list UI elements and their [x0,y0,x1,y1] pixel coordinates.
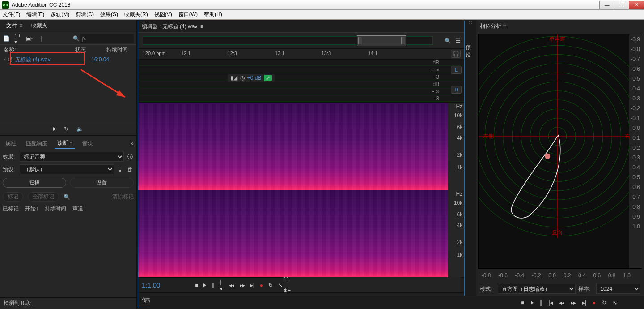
stop-button[interactable]: ■ [195,282,198,288]
hud-level-icon: ▮◢ [230,75,237,81]
delete-preset-icon[interactable]: 🗑 [127,166,134,173]
menu-clip[interactable]: 剪辑(C) [76,11,94,18]
menu-file[interactable]: 文件(F) [3,11,20,18]
transport-bar: 1:1.00 ■ ‖ |◂ ◂◂ ▸▸ ▸| ● ↻ ⤡ 🔍+ 🔍- ⛶ ⛶ ⬍… [138,277,465,292]
svg-point-13 [545,154,550,159]
mark-all-button[interactable]: 全部标记 [28,192,59,202]
mark-button[interactable]: 标记 [3,192,23,202]
samples-select[interactable]: 1024 [596,284,640,294]
g-forward[interactable]: ▸▸ [571,300,576,306]
import-icon[interactable]: 🗃▾ [14,35,21,42]
g-stop[interactable]: ■ [521,300,524,306]
list-view-icon[interactable]: ☰ [456,38,461,44]
menu-edit[interactable]: 编辑(E) [26,11,44,18]
channel-left-badge[interactable]: L [451,66,462,74]
spectrogram-right[interactable]: Hz 10k 6k 4k 2k 1k [138,190,465,277]
navigator-thumb[interactable] [357,35,406,46]
forward-button[interactable]: ▸▸ [240,282,245,288]
menu-effects[interactable]: 效果(S) [100,11,118,18]
file-list: › ⧘⧙ 无标题 (4).wav 16:0.04 [0,55,136,122]
svg-text:左侧: 左侧 [483,133,494,139]
waveform-view[interactable]: ▮◢ ◷ +0 dB ⤢ dB - ∞ -3 dB - ∞ -3 L R [138,60,465,103]
g-record[interactable]: ● [593,300,596,306]
zoom-tool-icon[interactable]: 🔍 [445,38,451,44]
g-rewind[interactable]: ◂◂ [559,300,564,306]
mark-search-icon[interactable]: 🔍 [64,194,70,200]
mode-select[interactable]: 直方图（日志缩放） [498,284,576,294]
file-row[interactable]: › ⧘⧙ 无标题 (4).wav 16:0.04 [0,55,136,64]
loop-button[interactable]: ↻ [268,282,273,288]
zoom-sel-icon[interactable]: ⛶ [283,277,461,283]
g-skip-end[interactable]: ▸| [582,300,586,306]
preview-autoplay-icon[interactable]: 🔈 [76,126,83,132]
window-title: Adobe Audition CC 2018 [12,2,70,8]
g-play[interactable] [531,301,534,305]
clear-marks-button[interactable]: 清除标记 [112,193,134,201]
info-icon[interactable]: ⓘ [127,153,134,160]
hud-expand-icon[interactable]: ⤢ [264,75,272,81]
tab-properties[interactable]: 属性 [3,139,19,148]
time-ruler[interactable]: 120.0 bpm 12:1 12:3 13:1 13:3 14:1 🎧 [138,49,465,60]
phase-scope[interactable]: 单声道 左侧 右侧 反向 -0.9 -0.8 -0.7 -0.6 -0.5 -0… [478,34,642,269]
preset-select[interactable]: （默认） [20,164,114,174]
tab-match-loudness[interactable]: 匹配响度 [23,139,50,148]
skip-selection-button[interactable]: ⤡ [278,282,283,288]
g-loop[interactable]: ↻ [602,300,606,306]
diag-tabs: 属性 匹配响度 诊断 ≡ 音轨 » [3,137,134,149]
phase-y-axis: -0.9 -0.8 -0.7 -0.6 -0.5 -0.4 -0.3 -0.2 … [629,34,642,268]
open-file-icon[interactable]: 📄 [3,35,10,42]
volume-hud[interactable]: ▮◢ ◷ +0 dB ⤢ [228,74,275,82]
record-button[interactable]: ● [260,282,263,288]
tab-diagnostics[interactable]: 诊断 ≡ [55,138,75,149]
save-preset-icon[interactable]: ⭳ [117,166,124,173]
scan-button[interactable]: 扫描 [3,178,66,188]
pause-button[interactable]: ‖ [212,282,214,288]
skip-end-button[interactable]: ▸| [250,282,254,288]
menu-view[interactable]: 视图(V) [154,11,172,18]
diagnostics-panel: 属性 匹配响度 诊断 ≡ 音轨 » 效果: 标记音频 ⓘ 预设: （默认） ⭳ … [0,135,136,215]
presets-peek[interactable]: ∷ 预设 [466,20,476,309]
navigator[interactable]: 🔍 ☰ [138,33,465,49]
mark-search-input[interactable] [75,194,102,200]
play-button[interactable] [203,283,206,287]
svg-text:单声道: 单声道 [549,36,565,42]
skip-start-button[interactable]: |◂ [220,279,223,292]
waveform-icon: ⧘⧙ [7,56,13,63]
pin-icon[interactable]: 🎧 [451,50,461,58]
g-skip-start[interactable]: |◂ [549,300,553,306]
spectrogram-left[interactable]: Hz 10k 6k 4k 2k 1k [138,103,465,190]
effect-select[interactable]: 标记音频 [20,152,124,162]
menu-help[interactable]: 帮助(H) [204,11,222,18]
overflow-icon[interactable]: » [131,140,134,146]
search-input[interactable] [80,34,134,43]
col-name[interactable]: 名称↑ [4,46,75,54]
file-search[interactable]: 🔍 [73,34,134,43]
preview-play-icon[interactable] [53,127,56,131]
col-duration[interactable]: 持续时间 [106,46,128,54]
channel-right-badge[interactable]: R [451,86,462,94]
mode-label: 模式: [480,285,495,293]
files-panel-tabs: 文件 ≡ 收藏夹 [0,20,136,32]
settings-button[interactable]: 设置 [70,178,133,188]
main-menubar: 文件(F) 编辑(E) 多轨(M) 剪辑(C) 效果(S) 收藏夹(R) 视图(… [0,10,644,20]
marks-columns: 已标记 开始↑ 持续时间 声道 [3,205,134,213]
close-button[interactable]: ✕ [629,1,644,9]
time-display[interactable]: 1:1.00 [142,281,186,289]
tab-favorites[interactable]: 收藏夹 [27,20,52,31]
phase-tab[interactable]: 相位分析 ≡ [480,22,506,30]
tab-files[interactable]: 文件 ≡ [2,20,27,31]
preview-loop-icon[interactable]: ↻ [64,126,68,132]
record-icon[interactable]: ▣◦ [26,35,33,42]
hud-db-value: +0 dB [247,75,262,81]
editor-tab[interactable]: 编辑器 : 无标题 (4).wav ≡ [142,23,203,30]
rewind-button[interactable]: ◂◂ [229,282,234,288]
g-skip[interactable]: ⤡ [613,300,617,306]
menu-multitrack[interactable]: 多轨(M) [51,11,69,18]
menu-window[interactable]: 窗口(W) [178,11,198,18]
menu-favorites[interactable]: 收藏夹(R) [124,11,148,18]
minimize-button[interactable]: — [599,1,614,9]
g-pause[interactable]: ‖ [540,300,542,306]
maximize-button[interactable]: ☐ [614,1,629,9]
col-status[interactable]: 状态 [75,46,106,54]
tab-tracks[interactable]: 音轨 [80,139,96,148]
